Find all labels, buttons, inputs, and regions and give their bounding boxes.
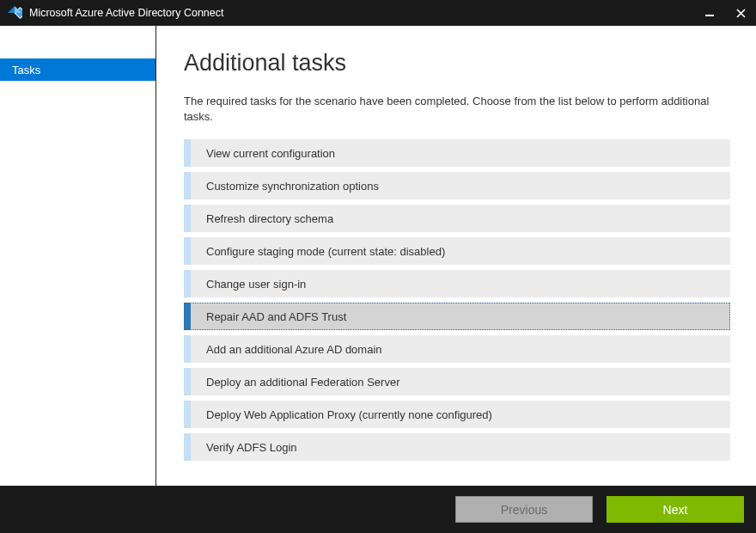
task-list: View current configurationCustomize sync… [184, 139, 730, 461]
task-item[interactable]: Change user sign-in [184, 270, 730, 297]
sidebar: Tasks [0, 26, 156, 486]
task-label: Deploy an additional Federation Server [206, 376, 399, 389]
main-panel: Additional tasks The required tasks for … [156, 26, 756, 486]
task-label: View current configuration [206, 147, 335, 160]
previous-button: Previous [455, 496, 593, 523]
sidebar-item-label: Tasks [12, 64, 40, 77]
intro-text: The required tasks for the scenario have… [184, 94, 730, 124]
task-label: Repair AAD and ADFS Trust [206, 310, 346, 323]
minimize-button[interactable] [694, 0, 725, 26]
task-stripe [184, 205, 191, 232]
task-stripe [184, 237, 191, 265]
task-stripe [184, 303, 191, 330]
task-label: Verify ADFS Login [206, 441, 297, 454]
app-title: Microsoft Azure Active Directory Connect [29, 7, 223, 19]
task-stripe [184, 433, 191, 461]
task-label: Change user sign-in [206, 278, 306, 291]
task-item[interactable]: Repair AAD and ADFS Trust [184, 303, 730, 330]
task-item[interactable]: Deploy Web Application Proxy (currently … [184, 401, 730, 428]
task-item[interactable]: Customize synchronization options [184, 172, 730, 199]
task-item[interactable]: Configure staging mode (current state: d… [184, 237, 730, 265]
task-item[interactable]: View current configuration [184, 139, 730, 167]
task-label: Add an additional Azure AD domain [206, 343, 382, 356]
task-item[interactable]: Add an additional Azure AD domain [184, 335, 730, 363]
task-item[interactable]: Verify ADFS Login [184, 433, 730, 461]
sidebar-item-tasks[interactable]: Tasks [0, 58, 155, 81]
next-button[interactable]: Next [607, 496, 744, 523]
task-stripe [184, 368, 191, 395]
task-label: Deploy Web Application Proxy (currently … [206, 408, 492, 421]
task-label: Refresh directory schema [206, 212, 333, 225]
task-stripe [184, 335, 191, 363]
task-stripe [184, 172, 191, 199]
footer: Previous Next [0, 486, 756, 533]
task-item[interactable]: Refresh directory schema [184, 205, 730, 232]
app-icon [2, 0, 27, 26]
task-stripe [184, 401, 191, 428]
close-button[interactable] [725, 0, 756, 26]
task-stripe [184, 270, 191, 297]
task-label: Customize synchronization options [206, 180, 379, 193]
task-label: Configure staging mode (current state: d… [206, 245, 445, 258]
task-stripe [184, 139, 191, 167]
task-item[interactable]: Deploy an additional Federation Server [184, 368, 730, 395]
page-title: Additional tasks [184, 50, 730, 77]
titlebar: Microsoft Azure Active Directory Connect [0, 0, 756, 26]
